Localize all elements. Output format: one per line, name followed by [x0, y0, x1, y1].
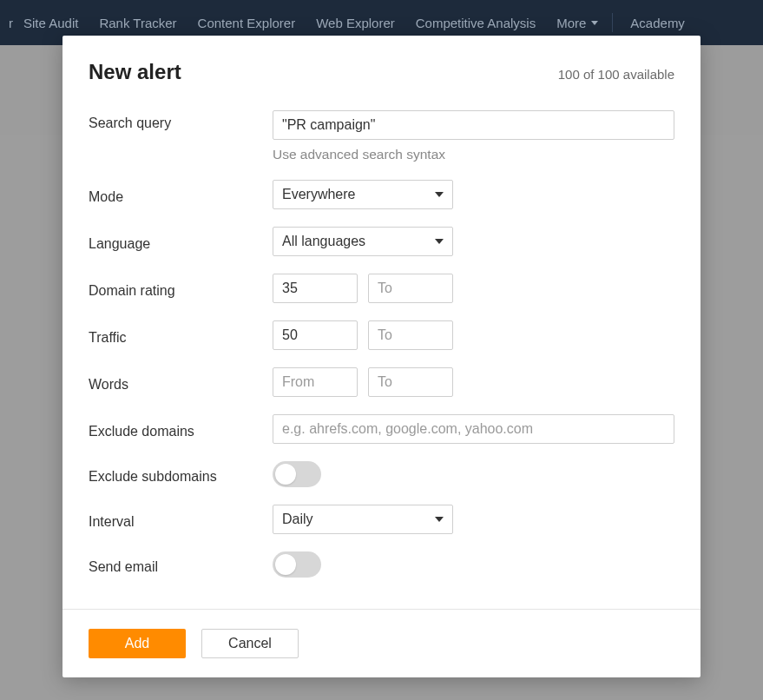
domain-rating-label: Domain rating	[89, 278, 273, 299]
toggle-knob	[275, 554, 296, 575]
send-email-label: Send email	[89, 554, 273, 575]
mode-label: Mode	[89, 184, 273, 205]
traffic-to-input[interactable]	[368, 320, 453, 350]
toggle-knob	[275, 464, 296, 485]
search-query-input[interactable]	[273, 110, 674, 140]
traffic-from-input[interactable]	[273, 320, 358, 350]
chevron-down-icon	[591, 21, 598, 25]
language-select[interactable]: All languages	[273, 227, 453, 256]
exclude-subdomains-label: Exclude subdomains	[89, 464, 273, 485]
domain-rating-to-input[interactable]	[368, 274, 453, 303]
interval-selected-value: Daily	[282, 512, 313, 527]
chevron-down-icon	[435, 239, 444, 244]
language-label: Language	[89, 231, 273, 252]
words-from-input[interactable]	[273, 367, 358, 397]
exclude-domains-input[interactable]	[273, 414, 674, 444]
mode-selected-value: Everywhere	[282, 187, 355, 202]
send-email-toggle[interactable]	[273, 551, 321, 578]
interval-label: Interval	[89, 509, 273, 530]
language-selected-value: All languages	[282, 234, 365, 249]
nav-separator	[612, 13, 613, 32]
cancel-button[interactable]: Cancel	[201, 629, 299, 658]
alerts-available-counter: 100 of 100 available	[558, 67, 674, 82]
exclude-domains-label: Exclude domains	[89, 419, 273, 439]
add-button[interactable]: Add	[89, 629, 186, 658]
words-to-input[interactable]	[368, 367, 453, 397]
interval-select[interactable]: Daily	[273, 505, 453, 534]
new-alert-modal: New alert 100 of 100 available Search qu…	[62, 36, 701, 677]
chevron-down-icon	[435, 192, 444, 197]
search-query-label: Search query	[89, 110, 273, 131]
traffic-label: Traffic	[89, 325, 273, 346]
mode-select[interactable]: Everywhere	[273, 180, 453, 209]
nav-more-label: More	[556, 16, 586, 30]
modal-title: New alert	[89, 60, 181, 84]
words-label: Words	[89, 372, 273, 393]
search-query-hint[interactable]: Use advanced search syntax	[273, 147, 674, 162]
domain-rating-from-input[interactable]	[273, 274, 358, 303]
exclude-subdomains-toggle[interactable]	[273, 461, 321, 487]
chevron-down-icon	[435, 517, 444, 522]
